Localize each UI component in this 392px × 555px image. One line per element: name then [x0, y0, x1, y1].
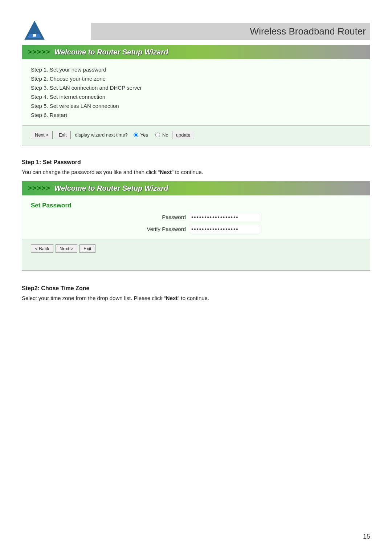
radio-no-text: No [162, 132, 168, 138]
password-input[interactable] [189, 213, 261, 221]
display-wizard-text: display wizard next time? [75, 132, 128, 138]
radio-yes-label[interactable]: Yes [131, 132, 148, 138]
radio-yes-text: Yes [140, 132, 148, 138]
step-item-5: Step 5. Set wireless LAN connection [31, 101, 361, 110]
step1-desc-keyword: Next [160, 169, 172, 175]
step2-desc-part2: ” to continue. [177, 295, 209, 301]
exit-button-2[interactable]: Exit [79, 244, 95, 253]
wizard-box-1: >>>>> Welcome to Router Setup Wizard Ste… [22, 45, 370, 146]
wizard-footer-1: Next > Exit display wizard next time? Ye… [22, 125, 370, 146]
logo-area [22, 18, 87, 45]
exit-button-1[interactable]: Exit [55, 131, 71, 139]
wizard-steps: Step 1. Set your new password Step 2. Ch… [22, 59, 370, 125]
wizard-arrows-1: >>>>> [28, 48, 51, 56]
step-item-4: Step 4. Set internet connection [31, 92, 361, 101]
step1-desc-part1: You can change the password as you like … [22, 169, 160, 175]
set-password-section: Set Password Password Verify Password [22, 195, 370, 239]
password-row: Password [31, 213, 361, 221]
step1-desc: You can change the password as you like … [22, 168, 370, 177]
step1-desc-part2: ” to continue. [172, 169, 203, 175]
wizard-arrows-2: >>>>> [28, 185, 51, 192]
wizard-header-1: >>>>> Welcome to Router Setup Wizard [22, 45, 370, 59]
password-label: Password [131, 214, 189, 220]
verify-password-input[interactable] [189, 225, 261, 233]
top-header: Wireless Broadband Router [22, 15, 370, 45]
wizard-box-2: >>>>> Welcome to Router Setup Wizard Set… [22, 181, 370, 271]
step2-heading: Step2: Chose Time Zone [22, 285, 370, 292]
step-item-1: Step 1. Set your new password [31, 65, 361, 74]
step-item-3: Step 3. Set LAN connection and DHCP serv… [31, 83, 361, 92]
set-password-title: Set Password [31, 199, 361, 213]
wizard-title-2: Welcome to Router Setup Wizard [54, 184, 168, 193]
next-button-1[interactable]: Next > [31, 131, 53, 139]
router-title: Wireless Broadband Router [91, 23, 370, 40]
update-button[interactable]: update [172, 131, 195, 139]
wizard-title-1: Welcome to Router Setup Wizard [54, 48, 168, 56]
verify-password-row: Verify Password [31, 225, 361, 233]
next-button-2[interactable]: Next > [56, 244, 77, 253]
step2-desc: Select your time zone from the drop down… [22, 294, 370, 303]
back-button-2[interactable]: < Back [31, 244, 53, 253]
radio-no[interactable] [155, 133, 160, 137]
step1-heading: Step 1: Set Password [22, 159, 370, 166]
step-item-2: Step 2. Choose your time zone [31, 74, 361, 83]
logo-icon [22, 18, 47, 44]
radio-no-label[interactable]: No [153, 132, 168, 138]
step2-desc-part1: Select your time zone from the drop down… [22, 295, 166, 301]
wizard-footer-2: < Back Next > Exit [22, 239, 370, 259]
step-item-6: Step 6. Restart [31, 110, 361, 119]
verify-password-label: Verify Password [131, 226, 189, 232]
step2-desc-keyword: Next [166, 295, 178, 301]
radio-yes[interactable] [134, 133, 138, 137]
page-number: 15 [363, 533, 370, 540]
wizard-header-2: >>>>> Welcome to Router Setup Wizard [22, 181, 370, 195]
